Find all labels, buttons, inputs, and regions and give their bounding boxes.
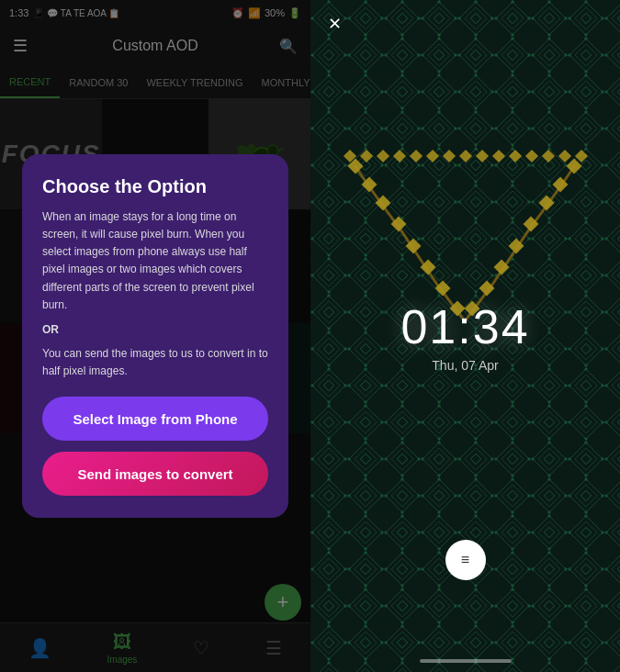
modal-or: OR [42, 323, 268, 336]
menu-fab-button[interactable]: ≡ [445, 540, 486, 580]
modal-body1: When an image stays for a long time on s… [42, 208, 268, 314]
clock-date: Thu, 07 Apr [400, 358, 529, 373]
modal-body2: You can send the images to us to convert… [42, 345, 268, 380]
clock-time: 01:34 [400, 299, 529, 354]
clock-container: 01:34 Thu, 07 Apr [400, 299, 529, 373]
choose-option-modal: Choose the Option When an image stays fo… [22, 154, 288, 519]
select-image-button[interactable]: Select Image from Phone [42, 397, 268, 441]
right-panel: ✕ 01:34 Thu, 07 Apr ≡ [310, 0, 620, 672]
close-button[interactable]: ✕ [321, 11, 347, 37]
send-images-button[interactable]: Send images to convert [42, 452, 268, 496]
left-panel: 1:33 📱 💬 TA TE AOA 📋 ⏰ 📶 30% 🔋 ☰ Custom … [0, 0, 310, 672]
bottom-gesture-bar [420, 659, 512, 663]
modal-title: Choose the Option [42, 176, 268, 197]
hamburger-icon: ≡ [461, 552, 469, 568]
modal-overlay: Choose the Option When an image stays fo… [0, 0, 310, 672]
